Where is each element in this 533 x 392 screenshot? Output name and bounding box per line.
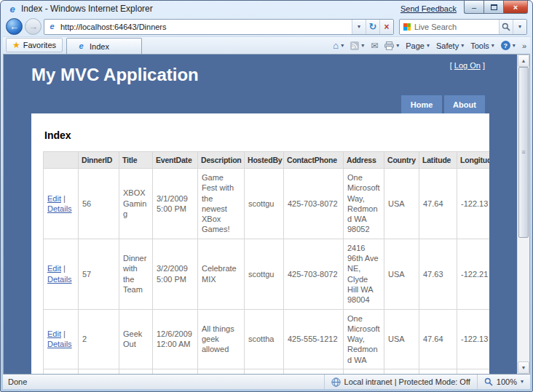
zoom-icon	[484, 377, 493, 386]
cell-title: Geek Out	[119, 309, 153, 369]
close-icon: ×	[513, 3, 518, 12]
edit-link[interactable]: Edit	[47, 329, 61, 338]
window-buttons: – ×	[464, 1, 528, 14]
scrollbar-thumb[interactable]: ≡	[518, 67, 529, 238]
search-dropdown-button[interactable]: ▾	[513, 20, 526, 34]
dinner-row: Edit | Details57Dinner with the Team3/2/…	[44, 239, 490, 309]
header-description: Description	[198, 152, 245, 169]
help-icon: ?	[501, 41, 510, 50]
refresh-button[interactable]: ↻	[366, 20, 379, 34]
header-title: Title	[119, 152, 153, 169]
live-search-icon	[403, 23, 411, 31]
details-link[interactable]: Details	[47, 275, 72, 284]
address-bar[interactable]: e http://localhost:64643/Dinners ▾ ↻ ×	[44, 19, 394, 35]
cell-title: .NET Futures	[119, 369, 153, 374]
search-input[interactable]: Live Search	[411, 23, 499, 31]
cell-id: 2	[79, 309, 119, 369]
cell-address: One Microsoft Way, Redmond WA 98052	[344, 169, 384, 239]
table-body: Edit | Details56XBOX Gaming3/1/2009 5:00…	[44, 169, 490, 375]
tab-index[interactable]: e Index	[66, 38, 142, 54]
stop-button[interactable]: ×	[379, 20, 393, 34]
nav-tab-about[interactable]: About	[444, 95, 485, 113]
favorites-star-icon: ★	[12, 41, 20, 49]
cell-country: USA	[384, 309, 419, 369]
back-button[interactable]: ←	[6, 18, 23, 35]
titlebar[interactable]: e Index - Windows Internet Explorer Send…	[3, 1, 530, 17]
overflow-chevron-icon[interactable]: »	[522, 41, 526, 50]
cell-description: All things geek allowed	[198, 309, 245, 369]
page-menu-button[interactable]: Page ▾	[406, 41, 430, 50]
dinner-row: Edit | Details2Geek Out12/6/2009 12:00 A…	[44, 309, 490, 369]
cell-longitude: -122.13	[457, 309, 490, 369]
details-link[interactable]: Details	[47, 204, 72, 213]
cell-address: One Microsoft Way, Redmond WA	[344, 309, 384, 369]
cell-hosted-by: scottgu	[245, 369, 284, 374]
minimize-icon: –	[472, 3, 476, 12]
minimize-button[interactable]: –	[464, 1, 483, 14]
edit-link[interactable]: Edit	[47, 194, 61, 203]
status-bar: Done Local intranet | Protected Mode: Of…	[3, 374, 530, 389]
refresh-icon: ↻	[369, 21, 377, 32]
log-on-link[interactable]: Log On	[454, 61, 481, 70]
read-mail-button[interactable]: ✉	[371, 41, 378, 50]
safety-menu-button[interactable]: Safety ▾	[436, 41, 464, 50]
nav-tab-home[interactable]: Home	[401, 95, 442, 113]
cell-id: 1	[79, 369, 119, 374]
page-favicon: e	[47, 22, 57, 32]
print-button[interactable]: ▾	[384, 41, 399, 50]
cell-address: One Microsoft Way, Redmond WA	[344, 369, 384, 374]
row-actions-cell: Edit | Details	[44, 169, 79, 239]
cell-id: 57	[79, 239, 119, 309]
tools-menu-button[interactable]: Tools ▾	[470, 41, 494, 50]
cell-contact-phone: 425-703-8072	[284, 169, 344, 239]
main-panel: Index DinnerID Title EventDate Desc	[31, 113, 489, 374]
cell-event-date: 3/2/2009 5:00 PM	[153, 239, 198, 309]
header-dinnerid: DinnerID	[79, 152, 119, 169]
dinners-table: DinnerID Title EventDate Description Hos…	[43, 151, 489, 374]
row-actions-cell: Edit | Details	[44, 309, 79, 369]
app-title: My MVC Application	[31, 65, 199, 85]
window-title: Index - Windows Internet Explorer	[21, 4, 153, 14]
home-button[interactable]: ⌂ ▾	[333, 41, 344, 50]
edit-link[interactable]: Edit	[47, 264, 61, 273]
search-icon	[502, 23, 510, 31]
cell-latitude: 47.63	[419, 239, 457, 309]
vertical-scrollbar[interactable]: ▲ ≡ ▼	[517, 55, 529, 374]
header-eventdate: EventDate	[153, 152, 198, 169]
cell-id: 56	[79, 169, 119, 239]
cell-title: Dinner with the Team	[119, 239, 153, 309]
tabs-bar: ★ Favorites e Index ⌂ ▾ ▾ ✉ ▾ Pag	[3, 36, 530, 55]
cell-latitude: 47.64	[419, 369, 457, 374]
chevron-down-icon: ▾	[361, 43, 364, 49]
cell-event-date: 3/1/2009 5:00 PM	[153, 169, 198, 239]
cell-description: Come talk about cool things coming with …	[198, 369, 245, 374]
zoom-control[interactable]: 100% ▾	[477, 375, 530, 389]
scrollbar-track[interactable]: ≡	[518, 67, 529, 361]
page-title: Index	[44, 129, 478, 141]
help-menu-button[interactable]: ? ▾	[501, 41, 516, 50]
browser-window: e Index - Windows Internet Explorer Send…	[0, 0, 533, 392]
header-actions	[44, 152, 79, 169]
send-feedback-link[interactable]: Send Feedback	[400, 4, 457, 13]
security-zone: Local intranet | Protected Mode: Off	[324, 375, 477, 389]
chevron-down-icon: ▾	[521, 379, 524, 385]
tools-menu-label: Tools	[470, 41, 489, 50]
cell-contact-phone: 425-703-8072	[284, 239, 344, 309]
close-button[interactable]: ×	[503, 1, 528, 14]
scroll-down-button[interactable]: ▼	[518, 361, 529, 374]
maximize-button[interactable]	[483, 1, 503, 14]
forward-button[interactable]: →	[25, 18, 42, 35]
details-link[interactable]: Details	[47, 340, 72, 348]
feeds-icon	[350, 41, 359, 50]
search-box[interactable]: Live Search ▾	[399, 19, 527, 35]
address-dropdown-button[interactable]: ▾	[352, 20, 366, 34]
feeds-button[interactable]: ▾	[350, 41, 364, 50]
header-latitude: Latitude	[419, 152, 457, 169]
chevron-down-icon: ▾	[341, 43, 344, 49]
home-icon: ⌂	[333, 41, 339, 50]
dinner-row: Edit | Details56XBOX Gaming3/1/2009 5:00…	[44, 169, 490, 239]
scroll-up-button[interactable]: ▲	[518, 55, 529, 67]
logon-area: [ Log On ]	[450, 61, 485, 70]
search-button[interactable]	[499, 20, 513, 34]
favorites-button[interactable]: ★ Favorites	[6, 38, 63, 52]
